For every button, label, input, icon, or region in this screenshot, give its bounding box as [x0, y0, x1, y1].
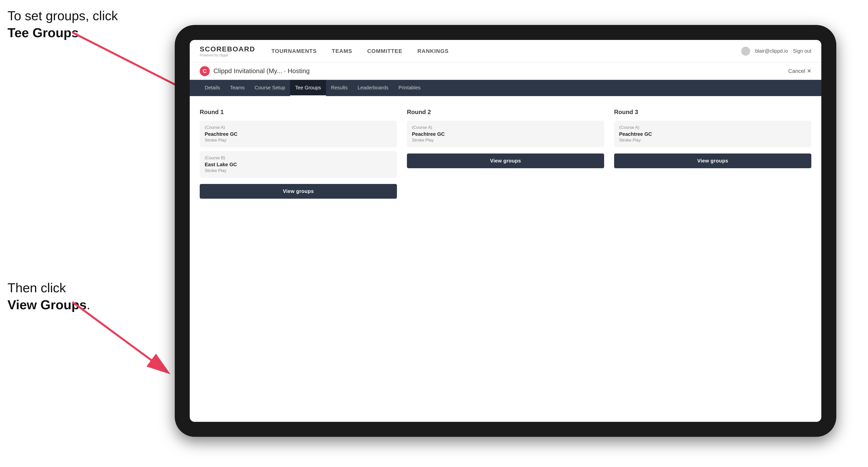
round-3-column: Round 3 (Course A) Peachtree GC Stroke P… [614, 108, 811, 199]
instruction-top-line1: To set groups, click [7, 8, 118, 23]
nav-teams[interactable]: TEAMS [331, 48, 353, 54]
main-nav: TOURNAMENTS TEAMS COMMITTEE RANKINGS [270, 48, 741, 54]
round-3-view-groups-button[interactable]: View groups [614, 154, 811, 168]
round-1-course-b: (Course B) East Lake GC Stroke Play [200, 151, 397, 178]
cancel-button[interactable]: Cancel ✕ [788, 68, 811, 74]
logo: SCOREBOARD [200, 45, 255, 53]
tablet: SCOREBOARD Powered by clippit TOURNAMENT… [175, 25, 836, 437]
tablet-screen: SCOREBOARD Powered by clippit TOURNAMENT… [190, 40, 821, 422]
nav-rankings[interactable]: RANKINGS [416, 48, 450, 54]
tournament-name: Clippd Invitational (My... · Hosting [213, 67, 310, 75]
round-3-course-a: (Course A) Peachtree GC Stroke Play [614, 121, 811, 147]
tournament-logo: C [200, 66, 210, 76]
instruction-top-bold: Tee Groups [7, 26, 79, 40]
round-2-course-a-label: (Course A) [412, 125, 599, 130]
round-1-course-b-name: East Lake GC [205, 162, 392, 167]
round-2-view-groups-button[interactable]: View groups [407, 154, 604, 168]
rounds-container: Round 1 (Course A) Peachtree GC Stroke P… [200, 108, 811, 199]
sign-out-link[interactable]: Sign out [793, 48, 811, 54]
round-1-column: Round 1 (Course A) Peachtree GC Stroke P… [200, 108, 397, 199]
logo-sub: Powered by clippit [200, 53, 255, 57]
tab-leaderboards[interactable]: Leaderboards [352, 80, 393, 96]
tab-details[interactable]: Details [200, 80, 225, 96]
tab-printables[interactable]: Printables [394, 80, 426, 96]
user-area: blair@clippd.io Sign out [741, 47, 811, 56]
logo-area: SCOREBOARD Powered by clippit [200, 45, 255, 57]
round-1-course-a-type: Stroke Play [205, 138, 392, 143]
tab-course-setup[interactable]: Course Setup [250, 80, 290, 96]
content-area: Round 1 (Course A) Peachtree GC Stroke P… [190, 96, 821, 422]
user-email: blair@clippd.io [755, 48, 788, 54]
avatar [741, 47, 750, 56]
sub-header: C Clippd Invitational (My... · Hosting C… [190, 62, 821, 80]
instruction-top: To set groups, click Tee Groups. [7, 7, 118, 41]
tournament-title: C Clippd Invitational (My... · Hosting [200, 66, 788, 76]
round-1-course-b-label: (Course B) [205, 156, 392, 160]
round-2-course-a: (Course A) Peachtree GC Stroke Play [407, 121, 604, 147]
round-1-course-b-type: Stroke Play [205, 168, 392, 173]
nav-tournaments[interactable]: TOURNAMENTS [270, 48, 318, 54]
round-3-title: Round 3 [614, 108, 811, 116]
tab-bar: Details Teams Course Setup Tee Groups Re… [190, 80, 821, 96]
round-2-column: Round 2 (Course A) Peachtree GC Stroke P… [407, 108, 604, 199]
tab-teams[interactable]: Teams [225, 80, 250, 96]
round-1-view-groups-button[interactable]: View groups [200, 184, 397, 199]
logo-label: SCOREBOARD [200, 45, 255, 53]
instruction-bottom-bold: View Groups [7, 298, 87, 312]
round-3-course-a-label: (Course A) [619, 125, 806, 130]
nav-committee[interactable]: COMMITTEE [366, 48, 404, 54]
round-3-course-a-name: Peachtree GC [619, 131, 806, 137]
tab-results[interactable]: Results [326, 80, 353, 96]
round-2-course-a-type: Stroke Play [412, 138, 599, 143]
round-2-title: Round 2 [407, 108, 604, 116]
round-1-title: Round 1 [200, 108, 397, 116]
round-1-course-a-name: Peachtree GC [205, 131, 392, 137]
round-2-course-a-name: Peachtree GC [412, 131, 599, 137]
round-1-course-a: (Course A) Peachtree GC Stroke Play [200, 121, 397, 147]
round-3-course-a-type: Stroke Play [619, 138, 806, 143]
top-nav: SCOREBOARD Powered by clippit TOURNAMENT… [190, 40, 821, 62]
instruction-bottom: Then click View Groups. [7, 280, 90, 313]
round-1-course-a-label: (Course A) [205, 125, 392, 130]
instruction-bottom-line1: Then click [7, 281, 66, 295]
tab-tee-groups[interactable]: Tee Groups [290, 80, 326, 96]
